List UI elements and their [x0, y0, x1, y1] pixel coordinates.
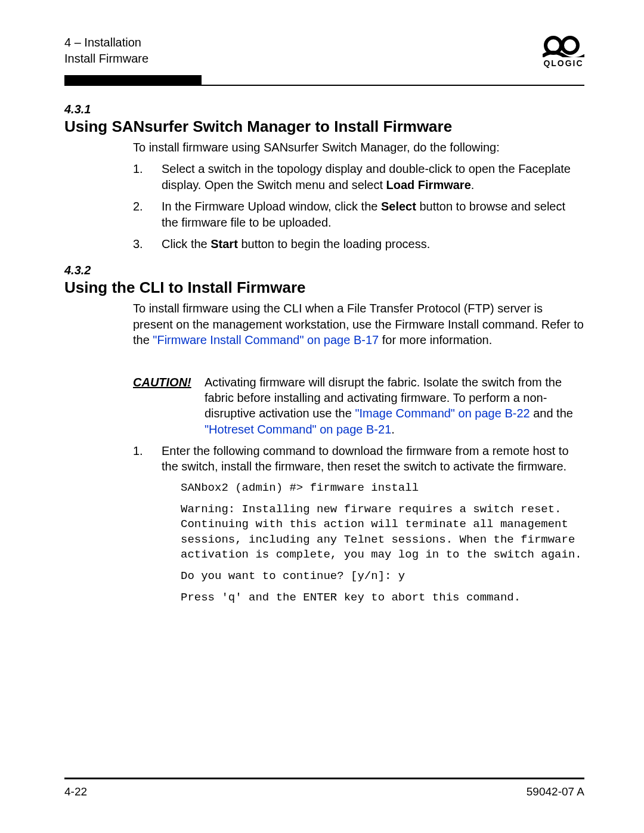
code-line-1: SANbox2 (admin) #> firmware install	[181, 481, 584, 496]
section-title-432: Using the CLI to Install Firmware	[64, 278, 584, 297]
page-header: 4 – Installation Install Firmware QLOGIC	[64, 35, 584, 68]
intro-432: To install firmware using the CLI when a…	[133, 301, 584, 348]
step-431-3: 3. Click the Start button to begin the l…	[133, 236, 584, 252]
step-text: Click the Start button to begin the load…	[162, 236, 430, 252]
link-firmware-install-command[interactable]: "Firmware Install Command" on page B-17	[153, 333, 379, 346]
step-text: Select a switch in the topology display …	[162, 161, 584, 193]
chapter-line: 4 – Installation	[64, 35, 148, 51]
qlogic-logo-icon	[543, 35, 584, 57]
section-number-432: 4.3.2	[64, 264, 584, 277]
step-text: In the Firmware Upload window, click the…	[162, 199, 584, 230]
step-text: Enter the following command to download …	[162, 443, 584, 475]
section-number-431: 4.3.1	[64, 103, 584, 116]
header-rule	[64, 75, 584, 86]
caution-block: CAUTION! Activating firmware will disrup…	[133, 374, 584, 438]
section-title-431: Using SANsurfer Switch Manager to Instal…	[64, 117, 584, 136]
step-431-2: 2. In the Firmware Upload window, click …	[133, 199, 584, 230]
page-number: 4-22	[64, 785, 87, 798]
svg-point-1	[562, 38, 578, 53]
steps-432: 1. Enter the following command to downlo…	[133, 443, 584, 475]
intro-431: To install firmware using SANsurfer Swit…	[133, 140, 584, 155]
page-footer: 4-22 59042-07 A	[64, 785, 584, 798]
qlogic-logo-text: QLOGIC	[543, 58, 584, 68]
code-line-2: Warning: Installing new firware requires…	[181, 502, 584, 563]
caution-text: Activating firmware will disrupt the fab…	[205, 374, 584, 438]
steps-431: 1. Select a switch in the topology displ…	[133, 161, 584, 252]
step-number: 2.	[133, 199, 162, 230]
step-431-1: 1. Select a switch in the topology displ…	[133, 161, 584, 193]
step-number: 1.	[133, 443, 162, 475]
header-left: 4 – Installation Install Firmware	[64, 35, 148, 67]
step-number: 3.	[133, 236, 162, 252]
document-id: 59042-07 A	[527, 785, 584, 798]
link-hotreset-command[interactable]: "Hotreset Command" on page B-21	[205, 423, 391, 436]
code-line-4: Press 'q' and the ENTER key to abort thi…	[181, 590, 584, 606]
section-line: Install Firmware	[64, 51, 148, 67]
step-number: 1.	[133, 161, 162, 193]
footer-rule	[64, 778, 584, 779]
step-432-1: 1. Enter the following command to downlo…	[133, 443, 584, 475]
qlogic-logo: QLOGIC	[543, 35, 584, 68]
code-line-3: Do you want to continue? [y/n]: y	[181, 569, 584, 584]
caution-label: CAUTION!	[133, 374, 205, 438]
link-image-command[interactable]: "Image Command" on page B-22	[355, 407, 530, 420]
